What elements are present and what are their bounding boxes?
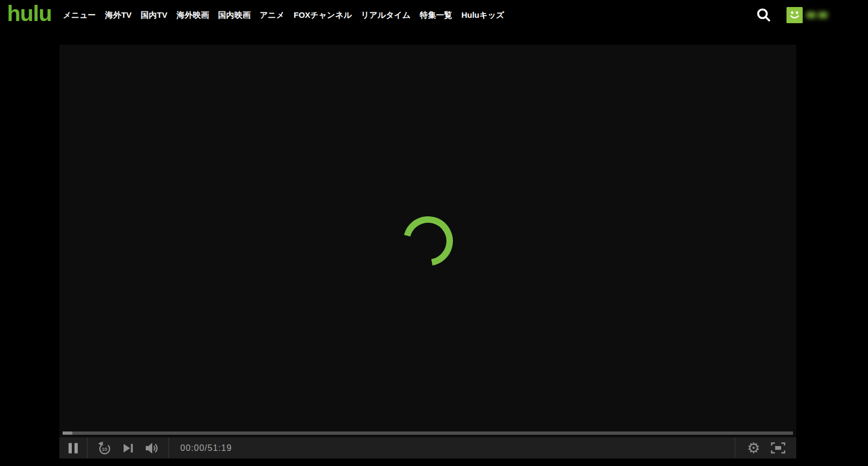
top-nav-right bbox=[755, 0, 868, 30]
transport-icon-group: 10 bbox=[87, 437, 168, 458]
progress-played bbox=[63, 431, 72, 435]
rewind-10-icon: 10 bbox=[97, 441, 112, 455]
blurred-text-block bbox=[806, 12, 816, 18]
controls-spacer bbox=[232, 437, 735, 458]
settings-icon-group: ⚙ bbox=[735, 437, 796, 458]
rewind-10-button[interactable]: 10 bbox=[95, 437, 113, 458]
loading-spinner-icon bbox=[402, 215, 454, 267]
nav-item-anime[interactable]: アニメ bbox=[260, 10, 284, 20]
nav-item-domestic-movies[interactable]: 国内映画 bbox=[218, 10, 250, 20]
progress-bar[interactable] bbox=[63, 431, 793, 435]
blurred-text-block bbox=[818, 12, 828, 18]
fullscreen-button[interactable] bbox=[768, 437, 788, 458]
main-nav: メニュー 海外TV 国内TV 海外映画 国内映画 アニメ FOXチャンネル リア… bbox=[63, 10, 505, 20]
nav-item-fox-channel[interactable]: FOXチャンネル bbox=[294, 10, 352, 20]
time-current: 00:00 bbox=[180, 443, 205, 453]
username-blurred[interactable] bbox=[806, 12, 828, 18]
loading-spinner-wrap bbox=[59, 45, 796, 437]
nav-item-hulu-kids[interactable]: Huluキッズ bbox=[462, 10, 504, 20]
pause-icon bbox=[68, 443, 78, 454]
nav-item-overseas-tv[interactable]: 海外TV bbox=[105, 10, 132, 20]
pause-button[interactable] bbox=[59, 437, 87, 458]
volume-button[interactable] bbox=[143, 437, 161, 458]
video-player[interactable]: 10 00:00/51:19 bbox=[59, 45, 796, 458]
top-nav: hulu メニュー 海外TV 国内TV 海外映画 国内映画 アニメ FOXチャン… bbox=[0, 0, 868, 30]
nav-item-domestic-tv[interactable]: 国内TV bbox=[141, 10, 167, 20]
search-icon bbox=[756, 7, 772, 23]
skip-next-icon bbox=[123, 443, 134, 454]
gear-icon: ⚙ bbox=[747, 441, 760, 455]
settings-button[interactable]: ⚙ bbox=[744, 437, 763, 458]
fullscreen-icon bbox=[771, 442, 785, 454]
smiley-face-icon bbox=[786, 7, 803, 23]
nav-item-featured-list[interactable]: 特集一覧 bbox=[420, 10, 452, 20]
time-duration: 51:19 bbox=[208, 443, 232, 453]
volume-icon bbox=[145, 442, 159, 455]
nav-item-overseas-movies[interactable]: 海外映画 bbox=[177, 10, 209, 20]
nav-item-realtime[interactable]: リアルタイム bbox=[361, 10, 411, 20]
user-avatar[interactable] bbox=[786, 7, 803, 23]
search-button[interactable] bbox=[755, 6, 772, 24]
svg-text:10: 10 bbox=[101, 447, 107, 452]
nav-item-menu[interactable]: メニュー bbox=[63, 10, 96, 20]
skip-next-button[interactable] bbox=[119, 437, 137, 458]
player-controls: 10 00:00/51:19 bbox=[59, 437, 796, 458]
time-display: 00:00/51:19 bbox=[169, 437, 232, 458]
hulu-logo[interactable]: hulu bbox=[7, 3, 52, 28]
